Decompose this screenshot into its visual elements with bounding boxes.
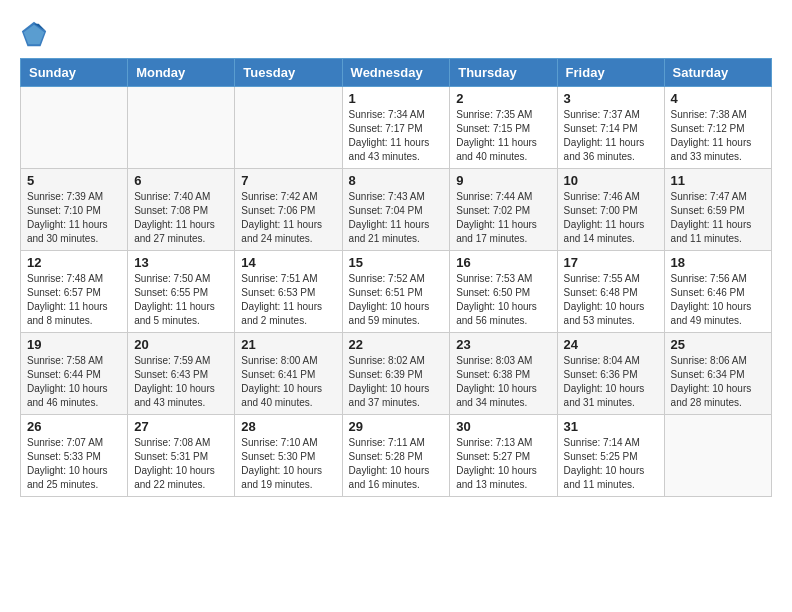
- weekday-header-cell: Tuesday: [235, 59, 342, 87]
- day-number: 9: [456, 173, 550, 188]
- calendar-week-row: 12Sunrise: 7:48 AM Sunset: 6:57 PM Dayli…: [21, 251, 772, 333]
- day-number: 31: [564, 419, 658, 434]
- day-number: 22: [349, 337, 444, 352]
- day-info: Sunrise: 8:02 AM Sunset: 6:39 PM Dayligh…: [349, 354, 444, 410]
- calendar-day-cell: 12Sunrise: 7:48 AM Sunset: 6:57 PM Dayli…: [21, 251, 128, 333]
- day-info: Sunrise: 8:04 AM Sunset: 6:36 PM Dayligh…: [564, 354, 658, 410]
- day-info: Sunrise: 7:53 AM Sunset: 6:50 PM Dayligh…: [456, 272, 550, 328]
- day-info: Sunrise: 7:08 AM Sunset: 5:31 PM Dayligh…: [134, 436, 228, 492]
- day-number: 28: [241, 419, 335, 434]
- day-info: Sunrise: 7:39 AM Sunset: 7:10 PM Dayligh…: [27, 190, 121, 246]
- calendar-day-cell: 3Sunrise: 7:37 AM Sunset: 7:14 PM Daylig…: [557, 87, 664, 169]
- calendar-body: 1Sunrise: 7:34 AM Sunset: 7:17 PM Daylig…: [21, 87, 772, 497]
- calendar-day-cell: [235, 87, 342, 169]
- calendar-day-cell: 11Sunrise: 7:47 AM Sunset: 6:59 PM Dayli…: [664, 169, 771, 251]
- day-info: Sunrise: 7:35 AM Sunset: 7:15 PM Dayligh…: [456, 108, 550, 164]
- day-number: 18: [671, 255, 765, 270]
- day-number: 7: [241, 173, 335, 188]
- calendar-week-row: 19Sunrise: 7:58 AM Sunset: 6:44 PM Dayli…: [21, 333, 772, 415]
- day-number: 24: [564, 337, 658, 352]
- calendar-day-cell: 25Sunrise: 8:06 AM Sunset: 6:34 PM Dayli…: [664, 333, 771, 415]
- logo: [20, 20, 52, 48]
- day-info: Sunrise: 7:58 AM Sunset: 6:44 PM Dayligh…: [27, 354, 121, 410]
- day-number: 11: [671, 173, 765, 188]
- calendar-day-cell: 5Sunrise: 7:39 AM Sunset: 7:10 PM Daylig…: [21, 169, 128, 251]
- weekday-header-cell: Wednesday: [342, 59, 450, 87]
- calendar-week-row: 5Sunrise: 7:39 AM Sunset: 7:10 PM Daylig…: [21, 169, 772, 251]
- day-number: 8: [349, 173, 444, 188]
- calendar-day-cell: 23Sunrise: 8:03 AM Sunset: 6:38 PM Dayli…: [450, 333, 557, 415]
- day-number: 25: [671, 337, 765, 352]
- calendar-day-cell: 9Sunrise: 7:44 AM Sunset: 7:02 PM Daylig…: [450, 169, 557, 251]
- page-header: [20, 20, 772, 48]
- day-number: 3: [564, 91, 658, 106]
- day-number: 23: [456, 337, 550, 352]
- day-info: Sunrise: 7:44 AM Sunset: 7:02 PM Dayligh…: [456, 190, 550, 246]
- day-info: Sunrise: 7:55 AM Sunset: 6:48 PM Dayligh…: [564, 272, 658, 328]
- day-info: Sunrise: 8:06 AM Sunset: 6:34 PM Dayligh…: [671, 354, 765, 410]
- day-info: Sunrise: 7:42 AM Sunset: 7:06 PM Dayligh…: [241, 190, 335, 246]
- day-info: Sunrise: 7:47 AM Sunset: 6:59 PM Dayligh…: [671, 190, 765, 246]
- day-info: Sunrise: 7:07 AM Sunset: 5:33 PM Dayligh…: [27, 436, 121, 492]
- day-info: Sunrise: 7:48 AM Sunset: 6:57 PM Dayligh…: [27, 272, 121, 328]
- day-info: Sunrise: 7:38 AM Sunset: 7:12 PM Dayligh…: [671, 108, 765, 164]
- calendar-day-cell: 26Sunrise: 7:07 AM Sunset: 5:33 PM Dayli…: [21, 415, 128, 497]
- calendar-week-row: 1Sunrise: 7:34 AM Sunset: 7:17 PM Daylig…: [21, 87, 772, 169]
- day-number: 21: [241, 337, 335, 352]
- calendar-day-cell: 31Sunrise: 7:14 AM Sunset: 5:25 PM Dayli…: [557, 415, 664, 497]
- calendar-day-cell: 2Sunrise: 7:35 AM Sunset: 7:15 PM Daylig…: [450, 87, 557, 169]
- calendar-day-cell: [664, 415, 771, 497]
- calendar-day-cell: 4Sunrise: 7:38 AM Sunset: 7:12 PM Daylig…: [664, 87, 771, 169]
- weekday-header-cell: Thursday: [450, 59, 557, 87]
- calendar-day-cell: 14Sunrise: 7:51 AM Sunset: 6:53 PM Dayli…: [235, 251, 342, 333]
- day-info: Sunrise: 7:10 AM Sunset: 5:30 PM Dayligh…: [241, 436, 335, 492]
- day-info: Sunrise: 7:46 AM Sunset: 7:00 PM Dayligh…: [564, 190, 658, 246]
- day-info: Sunrise: 7:13 AM Sunset: 5:27 PM Dayligh…: [456, 436, 550, 492]
- calendar-day-cell: 16Sunrise: 7:53 AM Sunset: 6:50 PM Dayli…: [450, 251, 557, 333]
- day-number: 1: [349, 91, 444, 106]
- calendar-day-cell: 7Sunrise: 7:42 AM Sunset: 7:06 PM Daylig…: [235, 169, 342, 251]
- calendar-day-cell: [21, 87, 128, 169]
- day-number: 2: [456, 91, 550, 106]
- calendar-day-cell: 27Sunrise: 7:08 AM Sunset: 5:31 PM Dayli…: [128, 415, 235, 497]
- day-info: Sunrise: 7:34 AM Sunset: 7:17 PM Dayligh…: [349, 108, 444, 164]
- day-number: 12: [27, 255, 121, 270]
- calendar-table: SundayMondayTuesdayWednesdayThursdayFrid…: [20, 58, 772, 497]
- day-number: 26: [27, 419, 121, 434]
- calendar-day-cell: 8Sunrise: 7:43 AM Sunset: 7:04 PM Daylig…: [342, 169, 450, 251]
- calendar-day-cell: 6Sunrise: 7:40 AM Sunset: 7:08 PM Daylig…: [128, 169, 235, 251]
- calendar-day-cell: 18Sunrise: 7:56 AM Sunset: 6:46 PM Dayli…: [664, 251, 771, 333]
- day-info: Sunrise: 7:52 AM Sunset: 6:51 PM Dayligh…: [349, 272, 444, 328]
- day-number: 29: [349, 419, 444, 434]
- weekday-header-cell: Sunday: [21, 59, 128, 87]
- calendar-day-cell: 1Sunrise: 7:34 AM Sunset: 7:17 PM Daylig…: [342, 87, 450, 169]
- day-number: 16: [456, 255, 550, 270]
- calendar-day-cell: 10Sunrise: 7:46 AM Sunset: 7:00 PM Dayli…: [557, 169, 664, 251]
- day-number: 15: [349, 255, 444, 270]
- calendar-day-cell: 22Sunrise: 8:02 AM Sunset: 6:39 PM Dayli…: [342, 333, 450, 415]
- day-info: Sunrise: 7:59 AM Sunset: 6:43 PM Dayligh…: [134, 354, 228, 410]
- calendar-day-cell: 21Sunrise: 8:00 AM Sunset: 6:41 PM Dayli…: [235, 333, 342, 415]
- calendar-day-cell: 19Sunrise: 7:58 AM Sunset: 6:44 PM Dayli…: [21, 333, 128, 415]
- day-number: 27: [134, 419, 228, 434]
- day-info: Sunrise: 7:43 AM Sunset: 7:04 PM Dayligh…: [349, 190, 444, 246]
- day-info: Sunrise: 7:37 AM Sunset: 7:14 PM Dayligh…: [564, 108, 658, 164]
- weekday-header-cell: Friday: [557, 59, 664, 87]
- day-number: 10: [564, 173, 658, 188]
- calendar-header-row: SundayMondayTuesdayWednesdayThursdayFrid…: [21, 59, 772, 87]
- day-info: Sunrise: 7:51 AM Sunset: 6:53 PM Dayligh…: [241, 272, 335, 328]
- calendar-week-row: 26Sunrise: 7:07 AM Sunset: 5:33 PM Dayli…: [21, 415, 772, 497]
- day-number: 5: [27, 173, 121, 188]
- day-number: 6: [134, 173, 228, 188]
- weekday-header-cell: Monday: [128, 59, 235, 87]
- day-number: 13: [134, 255, 228, 270]
- calendar-day-cell: 17Sunrise: 7:55 AM Sunset: 6:48 PM Dayli…: [557, 251, 664, 333]
- day-info: Sunrise: 8:03 AM Sunset: 6:38 PM Dayligh…: [456, 354, 550, 410]
- day-number: 30: [456, 419, 550, 434]
- weekday-header-cell: Saturday: [664, 59, 771, 87]
- calendar-day-cell: 30Sunrise: 7:13 AM Sunset: 5:27 PM Dayli…: [450, 415, 557, 497]
- logo-icon: [20, 20, 48, 48]
- calendar-day-cell: 29Sunrise: 7:11 AM Sunset: 5:28 PM Dayli…: [342, 415, 450, 497]
- day-info: Sunrise: 7:56 AM Sunset: 6:46 PM Dayligh…: [671, 272, 765, 328]
- day-info: Sunrise: 7:14 AM Sunset: 5:25 PM Dayligh…: [564, 436, 658, 492]
